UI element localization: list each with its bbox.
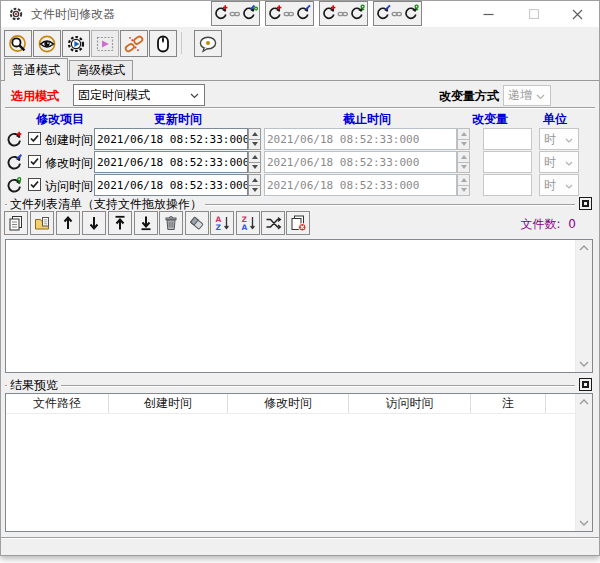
- header-unit: 单位: [531, 111, 579, 128]
- chevron-up-icon: [579, 399, 589, 405]
- run-gear-icon: [66, 34, 86, 54]
- checkbox-access-time[interactable]: [28, 178, 41, 191]
- column-note[interactable]: 注: [471, 394, 546, 413]
- update-time-spinner-access[interactable]: [248, 174, 261, 196]
- unit-value: 时: [544, 154, 556, 171]
- tab-advanced-mode[interactable]: 高级模式: [69, 60, 133, 80]
- sort-az-icon: A Z: [213, 214, 231, 232]
- delta-mode-value: 递增: [508, 87, 532, 104]
- scroll-down-arrow[interactable]: [576, 515, 592, 531]
- copy-files-icon: [7, 214, 25, 232]
- spinner-up-icon: [461, 155, 467, 159]
- delta-mode-label: 改变量方式: [439, 88, 499, 105]
- spinner-down-icon: [252, 188, 258, 192]
- spinner-down-icon: [461, 142, 467, 146]
- move-down-button[interactable]: [82, 211, 106, 235]
- header-update-time: 更新时间: [94, 111, 262, 128]
- delta-input-modify: [483, 151, 532, 173]
- update-time-input-create[interactable]: [94, 128, 248, 150]
- file-list-scrollbar[interactable]: [575, 240, 592, 372]
- shuffle-button[interactable]: [261, 211, 285, 235]
- column-modify-time[interactable]: 修改时间: [228, 394, 349, 413]
- clear-list-button[interactable]: [185, 211, 209, 235]
- mode-select-value: 固定时间模式: [78, 87, 150, 104]
- link-create-to-modify-button[interactable]: [265, 1, 314, 26]
- link-create-to-modify-access-icon: [214, 4, 258, 24]
- checkbox-create-time[interactable]: [28, 132, 41, 145]
- add-folder-button[interactable]: [30, 211, 54, 235]
- close-icon: [572, 9, 583, 20]
- update-time-spinner-create[interactable]: [248, 128, 261, 150]
- preview-group-line: [5, 385, 575, 387]
- until-time-input-modify: [264, 151, 457, 173]
- delete-button[interactable]: [159, 211, 183, 235]
- update-time-input-modify[interactable]: [94, 151, 248, 173]
- preview-list-area[interactable]: 文件路径 创建时间 修改时间 访问时间 注: [5, 393, 593, 532]
- preview-expand-button[interactable]: [579, 378, 592, 391]
- toolbar-separator: [181, 32, 182, 54]
- spinner-up-icon: [461, 132, 467, 136]
- search-button[interactable]: [4, 30, 32, 57]
- close-button[interactable]: [556, 1, 599, 27]
- check-icon: [29, 156, 40, 167]
- unit-select-modify: 时: [539, 151, 579, 173]
- unit-value: 时: [544, 177, 556, 194]
- maximize-icon: [529, 9, 539, 19]
- time-row-modify: 修改时间 时: [1, 151, 599, 173]
- scroll-down-arrow[interactable]: [576, 356, 592, 372]
- move-up-button[interactable]: [56, 211, 80, 235]
- column-create-time[interactable]: 创建时间: [109, 394, 228, 413]
- until-time-spinner-create: [457, 128, 470, 150]
- column-access-time[interactable]: 访问时间: [349, 394, 471, 413]
- move-top-icon: [111, 214, 129, 232]
- time-row-create: 创建时间 时: [1, 128, 599, 150]
- scroll-up-arrow[interactable]: [576, 394, 592, 410]
- mode-label: 选用模式: [11, 88, 59, 105]
- sort-za-button[interactable]: Z A: [236, 211, 260, 235]
- copy-files-button[interactable]: [4, 211, 28, 235]
- eraser-icon: [188, 214, 206, 232]
- column-file-path[interactable]: 文件路径: [6, 394, 109, 413]
- link-create-to-modify-icon: [268, 4, 312, 24]
- update-time-input-access[interactable]: [94, 174, 248, 196]
- preview-media-button[interactable]: [91, 30, 119, 57]
- spinner-down-icon: [461, 165, 467, 169]
- update-time-spinner-modify[interactable]: [248, 151, 261, 173]
- expand-icon: [582, 381, 589, 388]
- move-bottom-icon: [137, 214, 155, 232]
- clock-modify-icon: [6, 154, 22, 173]
- mouse-button[interactable]: [149, 30, 177, 57]
- preview-media-icon: [95, 34, 115, 54]
- move-top-button[interactable]: [108, 211, 132, 235]
- window-title: 文件时间修改器: [31, 1, 115, 27]
- unlink-button[interactable]: [120, 30, 148, 57]
- tab-advanced-label: 高级模式: [77, 63, 125, 77]
- help-button[interactable]: [194, 30, 222, 57]
- minimize-button[interactable]: [466, 1, 511, 27]
- move-bottom-button[interactable]: [134, 211, 158, 235]
- file-list-expand-button[interactable]: [579, 197, 592, 210]
- preview-scrollbar[interactable]: [575, 394, 592, 531]
- preview-group-title: 结果预览: [7, 378, 61, 392]
- sort-az-button[interactable]: A Z: [210, 211, 234, 235]
- chevron-down-icon: [536, 89, 545, 103]
- file-count-label: 文件数:: [520, 217, 560, 231]
- sort-za-icon: Z A: [239, 214, 257, 232]
- run-button[interactable]: [62, 30, 90, 57]
- file-list-area[interactable]: [5, 239, 593, 373]
- chevron-down-icon: [565, 178, 573, 192]
- time-row-access: 访问时间 时: [1, 174, 599, 196]
- checkbox-modify-time[interactable]: [28, 155, 41, 168]
- move-down-icon: [85, 214, 103, 232]
- unit-select-access: 时: [539, 174, 579, 196]
- link-modify-to-access-button[interactable]: [373, 1, 422, 26]
- link-create-to-modify-access-button[interactable]: [211, 1, 260, 26]
- link-create-to-access-button[interactable]: [319, 1, 368, 26]
- mode-select[interactable]: 固定时间模式: [73, 84, 205, 106]
- scroll-up-arrow[interactable]: [576, 240, 592, 256]
- tab-normal-mode[interactable]: 普通模式: [4, 58, 68, 81]
- maximize-button[interactable]: [511, 1, 556, 27]
- view-button[interactable]: [33, 30, 61, 57]
- search-icon: [8, 34, 28, 54]
- remove-duplicates-button[interactable]: [286, 211, 310, 235]
